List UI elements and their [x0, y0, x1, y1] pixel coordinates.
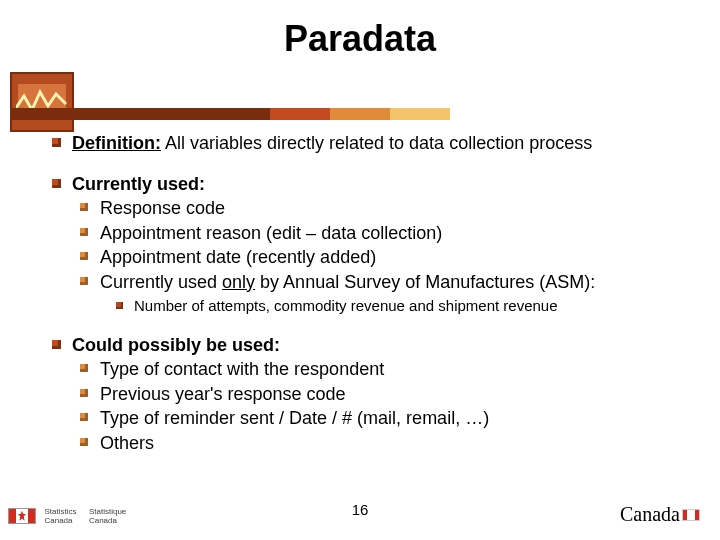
- bullet-currently-used: Currently used:: [52, 173, 696, 196]
- footer: StatisticsCanada StatistiqueCanada Canad…: [8, 506, 710, 534]
- definition-text: All variables directly related to data c…: [161, 133, 592, 153]
- list-item: Appointment reason (edit – data collecti…: [80, 222, 696, 245]
- chart-logo-icon: [10, 72, 74, 132]
- canada-flag-icon: [8, 508, 36, 524]
- bullet-definition: Definition: All variables directly relat…: [52, 132, 696, 155]
- slide-body: Definition: All variables directly relat…: [52, 132, 696, 454]
- definition-label: Definition:: [72, 133, 161, 153]
- title-underline-stripe: [10, 108, 450, 120]
- list-item: Type of contact with the respondent: [80, 358, 696, 381]
- list-item: Appointment date (recently added): [80, 246, 696, 269]
- list-item: Type of reminder sent / Date / # (mail, …: [80, 407, 696, 430]
- canada-flag-icon: [682, 509, 700, 521]
- canada-wordmark: Canada: [620, 503, 700, 526]
- list-item: Others: [80, 432, 696, 455]
- footer-agency-fr: StatistiqueCanada: [89, 507, 126, 525]
- footer-agency-en: StatisticsCanada: [44, 507, 76, 525]
- list-item: Response code: [80, 197, 696, 220]
- bullet-could-possibly: Could possibly be used:: [52, 334, 696, 357]
- list-item: Currently used only by Annual Survey of …: [80, 271, 696, 294]
- list-item: Previous year's response code: [80, 383, 696, 406]
- sub-list-item: Number of attempts, commodity revenue an…: [116, 297, 696, 316]
- slide-title: Paradata: [0, 18, 720, 60]
